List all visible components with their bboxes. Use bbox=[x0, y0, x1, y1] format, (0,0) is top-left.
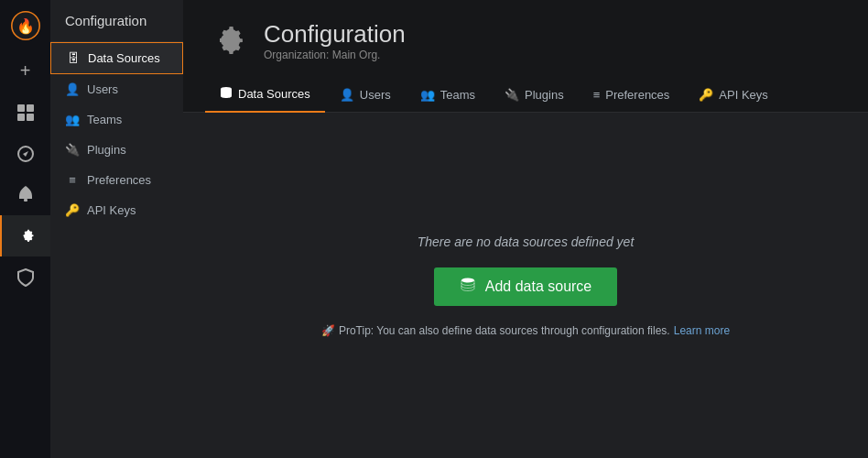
tabs: Data Sources 👤 Users 👥 Teams 🔌 Plugins ≡… bbox=[183, 77, 868, 113]
nav-dashboards[interactable] bbox=[0, 92, 50, 133]
page-header-text: Configuration Organization: Main Org. bbox=[264, 20, 406, 61]
svg-rect-5 bbox=[27, 114, 34, 121]
tab-teams-label: Teams bbox=[440, 88, 475, 102]
sidebar-item-teams[interactable]: 👥 Teams bbox=[50, 104, 183, 135]
svg-rect-7 bbox=[24, 199, 27, 202]
tab-preferences-label: Preferences bbox=[605, 88, 669, 102]
data-sources-icon: 🗄 bbox=[66, 51, 81, 65]
page-title: Configuration bbox=[264, 20, 406, 49]
users-icon: 👤 bbox=[65, 82, 80, 96]
protip-rocket-icon: 🚀 bbox=[321, 324, 335, 337]
nav-rail: 🔥 + bbox=[0, 0, 50, 458]
nav-add[interactable]: + bbox=[0, 50, 50, 92]
preferences-icon: ≡ bbox=[65, 173, 80, 187]
svg-text:🔥: 🔥 bbox=[16, 16, 35, 34]
plugins-icon: 🔌 bbox=[65, 143, 80, 157]
svg-rect-4 bbox=[17, 114, 25, 121]
tab-preferences[interactable]: ≡ Preferences bbox=[579, 79, 685, 113]
tab-teams[interactable]: 👥 Teams bbox=[406, 79, 490, 113]
tab-users-label: Users bbox=[360, 88, 391, 102]
page-header: Configuration Organization: Main Org. bbox=[183, 0, 868, 62]
sidebar-item-data-sources[interactable]: 🗄 Data Sources bbox=[50, 42, 183, 74]
add-data-source-icon bbox=[460, 277, 476, 297]
tab-users[interactable]: 👤 Users bbox=[325, 79, 406, 113]
protip-text: ProTip: You can also define data sources… bbox=[339, 324, 670, 337]
no-data-message: There are no data sources defined yet bbox=[418, 234, 635, 249]
tab-api-keys-icon: 🔑 bbox=[699, 88, 713, 102]
tab-plugins-icon: 🔌 bbox=[505, 88, 519, 102]
tab-teams-icon: 👥 bbox=[420, 88, 435, 102]
content-area: There are no data sources defined yet Ad… bbox=[183, 113, 868, 458]
tab-users-icon: 👤 bbox=[340, 88, 354, 102]
sidebar-item-preferences[interactable]: ≡ Preferences bbox=[50, 165, 183, 195]
sidebar-item-plugins[interactable]: 🔌 Plugins bbox=[50, 135, 183, 165]
tab-plugins[interactable]: 🔌 Plugins bbox=[490, 79, 579, 113]
api-keys-icon: 🔑 bbox=[65, 203, 80, 217]
tab-data-sources[interactable]: Data Sources bbox=[205, 77, 325, 113]
sidebar: Configuration 🗄 Data Sources 👤 Users 👥 T… bbox=[50, 0, 183, 458]
sidebar-item-api-keys[interactable]: 🔑 API Keys bbox=[50, 195, 183, 225]
nav-alerting[interactable] bbox=[0, 174, 50, 215]
page-header-icon bbox=[205, 18, 249, 62]
tab-data-sources-label: Data Sources bbox=[238, 87, 310, 101]
main-content: Configuration Organization: Main Org. Da… bbox=[183, 0, 868, 458]
svg-point-9 bbox=[461, 278, 474, 282]
svg-rect-3 bbox=[27, 104, 34, 112]
add-data-source-button[interactable]: Add data source bbox=[434, 267, 618, 306]
protip-learn-more-link[interactable]: Learn more bbox=[674, 324, 730, 337]
tab-api-keys-label: API Keys bbox=[719, 88, 767, 102]
app-logo[interactable]: 🔥 bbox=[0, 0, 50, 50]
teams-icon: 👥 bbox=[65, 113, 80, 126]
tab-api-keys[interactable]: 🔑 API Keys bbox=[684, 79, 782, 113]
page-subtitle: Organization: Main Org. bbox=[264, 49, 406, 61]
nav-explore[interactable] bbox=[0, 133, 50, 174]
protip: 🚀 ProTip: You can also define data sourc… bbox=[321, 324, 730, 337]
tab-data-sources-icon bbox=[220, 86, 233, 102]
sidebar-title: Configuration bbox=[50, 0, 183, 42]
sidebar-item-users[interactable]: 👤 Users bbox=[50, 74, 183, 104]
add-data-source-label: Add data source bbox=[485, 278, 592, 295]
tab-plugins-label: Plugins bbox=[525, 88, 564, 102]
svg-rect-2 bbox=[17, 104, 25, 112]
nav-shield[interactable] bbox=[0, 256, 50, 298]
nav-config[interactable] bbox=[0, 215, 50, 256]
tab-preferences-icon: ≡ bbox=[593, 88, 601, 102]
